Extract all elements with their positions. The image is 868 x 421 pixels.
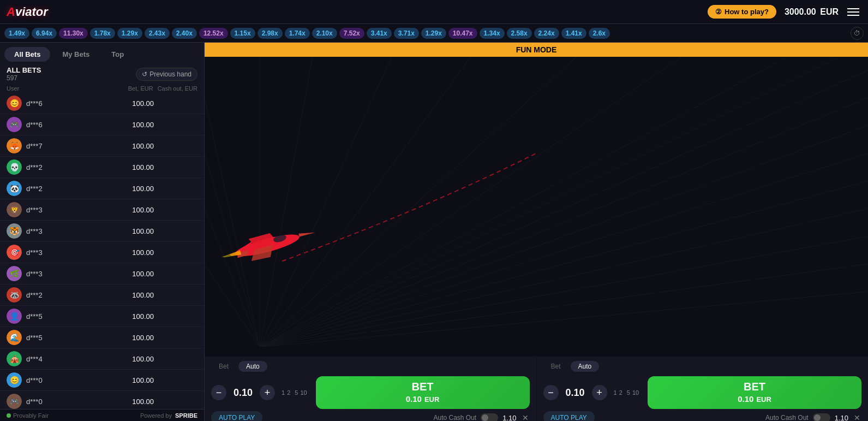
- bet-panel-2-auto-cash-toggle[interactable]: [813, 413, 830, 421]
- mult-15[interactable]: 3.71x: [394, 28, 419, 39]
- username: d***3: [26, 270, 43, 278]
- bets-tabs: All Bets My Bets Top: [0, 43, 204, 62]
- bet-panel-2-tabs: Bet Auto: [543, 361, 862, 372]
- user-info: 🦁 d***3: [7, 202, 121, 217]
- bet-amount: 100.00: [121, 99, 154, 108]
- tab-my-bets[interactable]: My Bets: [52, 47, 99, 62]
- bet-panel-1-decrease[interactable]: −: [211, 385, 226, 400]
- mult-8[interactable]: 12.52x: [199, 28, 228, 39]
- balance-display: 3000.00 EUR: [783, 7, 839, 17]
- bet-panel-2-auto-row: AUTO PLAY Auto Cash Out 1.10 ✕: [543, 411, 862, 421]
- left-panel: All Bets My Bets Top ALL BETS 597 ↺ Prev…: [0, 43, 205, 421]
- bet-panel-1-tab-bet[interactable]: Bet: [211, 361, 236, 372]
- table-row: 🐼 d***2 100.00: [0, 178, 204, 199]
- avatar: 🐯: [7, 223, 22, 239]
- quick-amt-2-1[interactable]: 1: [614, 389, 617, 396]
- username: d***6: [26, 99, 43, 108]
- mult-14[interactable]: 3.41x: [367, 28, 392, 39]
- bet-amount: 100.00: [121, 227, 154, 235]
- mult-10[interactable]: 2.98x: [258, 28, 283, 39]
- bet-panel-1-close-auto[interactable]: ✕: [521, 413, 530, 421]
- username: d***3: [26, 206, 43, 214]
- mult-18[interactable]: 1.34x: [480, 28, 505, 39]
- username: d***2: [26, 291, 43, 299]
- mult-19[interactable]: 2.58x: [507, 28, 532, 39]
- mult-21[interactable]: 1.41x: [561, 28, 586, 39]
- bets-list: 😊 d***6 100.00 🎮 d***6 100.00 🦊 d***7: [0, 93, 204, 409]
- mult-1[interactable]: 1.49x: [4, 28, 29, 39]
- mult-7[interactable]: 2.40x: [172, 28, 197, 39]
- menu-button[interactable]: [845, 6, 861, 18]
- user-info: 🎮 d***0: [7, 394, 121, 409]
- fun-mode-banner: FUN MODE: [205, 43, 868, 57]
- tab-top[interactable]: Top: [101, 47, 134, 62]
- bet-amount: 100.00: [121, 355, 154, 363]
- bets-count: 597: [7, 74, 41, 82]
- user-info: 🦝 d***2: [7, 287, 121, 303]
- quick-amt-2-2[interactable]: 2: [619, 389, 622, 396]
- bet-panel-2-auto-play[interactable]: AUTO PLAY: [543, 411, 595, 421]
- bet-panel-2-bet-button[interactable]: BET 0.10 EUR: [648, 376, 861, 409]
- table-row: 🎪 d***4 100.00: [0, 348, 204, 370]
- bet-panel-1-auto-cash-toggle[interactable]: [481, 413, 498, 421]
- quick-amt-1-1[interactable]: 1: [282, 389, 285, 396]
- bet-panel-1-increase[interactable]: +: [260, 385, 275, 400]
- mult-16[interactable]: 1.29x: [421, 28, 446, 39]
- user-info: 😊 d***0: [7, 372, 121, 388]
- multiplier-history-button[interactable]: ⏱: [851, 27, 864, 40]
- quick-amt-1-2[interactable]: 2: [287, 389, 290, 396]
- mult-6[interactable]: 2.43x: [145, 28, 170, 39]
- mult-20[interactable]: 2.24x: [534, 28, 559, 39]
- mult-9[interactable]: 1.15x: [230, 28, 255, 39]
- bet-panel-2-tab-auto[interactable]: Auto: [571, 361, 600, 372]
- table-row: 🐯 d***3 100.00: [0, 221, 204, 242]
- mult-3[interactable]: 11.30x: [59, 28, 88, 39]
- quick-amt-1-3[interactable]: 5: [295, 389, 298, 396]
- bet-panel-1-auto-play[interactable]: AUTO PLAY: [211, 411, 262, 421]
- bet-panel-2-decrease[interactable]: −: [543, 385, 559, 400]
- tab-all-bets[interactable]: All Bets: [4, 47, 50, 62]
- mult-11[interactable]: 1.74x: [285, 28, 310, 39]
- provably-fair: Provably Fair: [7, 412, 49, 419]
- bet-panel-1-tab-auto[interactable]: Auto: [238, 361, 267, 372]
- table-row: 🎮 d***0 100.00: [0, 391, 204, 409]
- mult-17[interactable]: 10.47x: [448, 28, 477, 39]
- bet-panel-1-tabs: Bet Auto: [211, 361, 530, 372]
- mult-13[interactable]: 7.52x: [339, 28, 364, 39]
- username: d***5: [26, 312, 43, 321]
- mult-4[interactable]: 1.78x: [90, 28, 115, 39]
- mult-22[interactable]: 2.6x: [589, 28, 610, 39]
- quick-amt-2-3[interactable]: 5: [627, 389, 630, 396]
- table-row: 👤 d***5 100.00: [0, 306, 204, 327]
- bet-panel-1-controls: − 0.10 + 1 2 5 10 BET 0.10 EUR: [211, 376, 530, 409]
- bet-panel-1-quick-amounts: 1 2 5 10: [282, 388, 307, 398]
- username: d***3: [26, 227, 43, 235]
- mult-12[interactable]: 2.10x: [312, 28, 337, 39]
- bet-panel-2-tab-bet[interactable]: Bet: [543, 361, 568, 372]
- user-info: 🎮 d***6: [7, 117, 121, 132]
- bet-panel-2-close-auto[interactable]: ✕: [853, 413, 861, 421]
- mult-5[interactable]: 1.29x: [117, 28, 142, 39]
- bet-amount: 100.00: [121, 312, 154, 321]
- table-row: 🌿 d***3 100.00: [0, 263, 204, 284]
- avatar: 🐼: [7, 181, 22, 196]
- bet-panel-1-bet-button[interactable]: BET 0.10 EUR: [316, 376, 530, 409]
- bet-amount: 100.00: [121, 206, 154, 214]
- bet-amount: 100.00: [121, 121, 154, 129]
- previous-hand-button[interactable]: ↺ Previous hand: [136, 68, 197, 81]
- quick-amt-1-4[interactable]: 10: [300, 389, 307, 396]
- table-row: 🎮 d***6 100.00: [0, 114, 204, 135]
- how-to-play-button[interactable]: ② How to play?: [708, 5, 776, 19]
- bet-panel-2-increase[interactable]: +: [592, 385, 607, 400]
- bet-amount: 100.00: [121, 142, 154, 150]
- bet-amount: 100.00: [121, 376, 154, 384]
- avatar: 🦝: [7, 287, 22, 303]
- provably-fair-icon: [7, 413, 11, 418]
- username: d***7: [26, 142, 43, 150]
- bet-amount: 100.00: [121, 291, 154, 299]
- all-bets-title: ALL BETS: [7, 66, 41, 74]
- quick-amt-2-4[interactable]: 10: [632, 389, 639, 396]
- bet-amount: 100.00: [121, 163, 154, 171]
- avatar: 🎮: [7, 394, 22, 409]
- mult-2[interactable]: 6.94x: [32, 28, 57, 39]
